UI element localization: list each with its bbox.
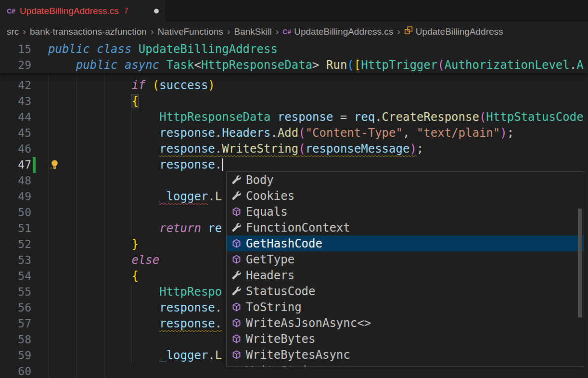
code-line: 43{ <box>0 93 588 109</box>
suggest-widget: BodyCookiesEqualsFunctionContextGetHashC… <box>226 171 584 367</box>
line-number[interactable]: 56 <box>0 300 31 316</box>
property-wrench-icon <box>230 270 242 280</box>
suggest-list: BodyCookiesEqualsFunctionContextGetHashC… <box>227 172 584 367</box>
suggest-item[interactable]: Body <box>227 172 584 188</box>
property-wrench-icon <box>230 175 242 185</box>
breadcrumb-item-label: NativeFunctions <box>158 26 223 37</box>
suggest-item[interactable]: Equals <box>227 204 584 220</box>
gutter-decorations <box>31 125 48 141</box>
gutter-decorations <box>31 157 48 173</box>
suggest-item-label: FunctionContext <box>246 221 350 235</box>
line-number[interactable]: 51 <box>0 221 31 236</box>
line-number[interactable]: 42 <box>0 78 31 93</box>
breadcrumb-item[interactable]: C#UpdateBillingAddress.cs <box>282 26 393 37</box>
breadcrumb-item-label: UpdateBillingAddress.cs <box>294 26 393 37</box>
dirty-indicator-dot[interactable] <box>154 9 159 13</box>
code-line-content[interactable]: public async Task<HttpResponseData> Run(… <box>48 57 588 73</box>
line-number[interactable]: 50 <box>0 205 31 221</box>
breadcrumb-item[interactable]: NativeFunctions <box>158 26 223 37</box>
line-number[interactable]: 60 <box>0 364 31 378</box>
suggest-item[interactable]: Cookies <box>227 188 584 204</box>
code-line-content[interactable]: HttpResponseData response = req.CreateRe… <box>48 109 588 125</box>
problems-count-badge: 7 <box>124 7 128 15</box>
method-icon <box>230 302 242 312</box>
suggest-item-label: Headers <box>246 269 294 282</box>
gutter-decorations <box>31 284 48 300</box>
breadcrumb-item-label: BankSkill <box>234 26 272 37</box>
gutter-decorations <box>31 332 48 348</box>
gutter-decorations <box>31 364 48 378</box>
line-number[interactable]: 47 <box>0 157 31 173</box>
gutter-decorations <box>31 300 48 316</box>
suggest-item[interactable]: WriteString <box>227 363 584 367</box>
method-icon <box>230 365 242 367</box>
gutter-decorations <box>31 189 48 205</box>
code-line-content[interactable]: { <box>48 93 588 109</box>
suggest-item[interactable]: WriteBytes <box>227 331 584 347</box>
line-number[interactable]: 43 <box>0 93 31 109</box>
code-line-content[interactable]: response.Headers.Add("Content-Type", "te… <box>48 125 588 141</box>
suggest-item[interactable]: WriteAsJsonAsync<> <box>227 315 584 331</box>
line-number[interactable]: 48 <box>0 173 31 189</box>
line-number[interactable]: 29 <box>0 57 31 73</box>
code-line: 15public class UpdateBillingAddress <box>0 41 588 57</box>
line-number[interactable]: 54 <box>0 268 31 284</box>
code-line-content[interactable]: public class UpdateBillingAddress <box>48 41 588 57</box>
line-number[interactable]: 58 <box>0 332 31 348</box>
code-line-content[interactable]: response. <box>48 157 588 173</box>
line-number[interactable]: 57 <box>0 316 31 332</box>
suggest-item-label: WriteString <box>246 364 322 367</box>
tab-title: UpdateBillingAddress.cs <box>20 6 119 16</box>
breadcrumb-item[interactable]: UpdateBillingAddress <box>404 26 503 37</box>
line-number[interactable]: 15 <box>0 41 31 57</box>
line-number[interactable]: 46 <box>0 141 31 157</box>
gutter-decorations <box>31 268 48 284</box>
gutter-modified-indicator <box>33 157 36 173</box>
code-line-content[interactable]: response.WriteString(responseMessage); <box>48 141 588 157</box>
gutter-decorations <box>31 252 48 268</box>
breadcrumb-item[interactable]: bank-transactions-azfunction <box>30 26 147 37</box>
sticky-scroll[interactable]: 15public class UpdateBillingAddress29pub… <box>0 41 588 73</box>
line-number[interactable]: 52 <box>0 236 31 252</box>
gutter-decorations <box>31 236 48 252</box>
text-cursor <box>222 158 223 171</box>
method-icon <box>230 334 242 344</box>
gutter-decorations <box>31 316 48 332</box>
suggest-item[interactable]: Headers <box>227 267 584 283</box>
chevron-right-icon: › <box>149 26 156 37</box>
suggest-item-label: Cookies <box>246 189 294 203</box>
chevron-right-icon: › <box>225 26 232 37</box>
suggest-item[interactable]: ToString <box>227 299 584 315</box>
line-number[interactable]: 44 <box>0 109 31 125</box>
suggest-item-label: WriteAsJsonAsync<> <box>246 316 371 330</box>
line-number[interactable]: 53 <box>0 252 31 268</box>
csharp-icon: C# <box>282 28 291 35</box>
code-line-content[interactable]: if (success) <box>48 78 588 93</box>
breadcrumb-item[interactable]: BankSkill <box>234 26 272 37</box>
gutter-decorations <box>31 348 48 364</box>
editor-tab[interactable]: C# UpdateBillingAddress.cs 7 <box>0 0 166 22</box>
method-icon <box>230 254 242 264</box>
suggest-item[interactable]: FunctionContext <box>227 220 584 235</box>
line-number[interactable]: 49 <box>0 189 31 205</box>
line-number[interactable]: 59 <box>0 348 31 364</box>
method-icon <box>230 207 242 217</box>
csharp-file-icon: C# <box>7 8 15 14</box>
suggest-item-label: WriteBytes <box>246 332 316 346</box>
property-wrench-icon <box>230 286 242 296</box>
breadcrumb-item[interactable]: src <box>7 26 19 37</box>
suggest-item[interactable]: WriteBytesAsync <box>227 347 584 363</box>
line-number[interactable]: 55 <box>0 284 31 300</box>
suggest-item[interactable]: StatusCode <box>227 283 584 299</box>
gutter-decorations <box>31 205 48 221</box>
line-number[interactable]: 45 <box>0 125 31 141</box>
suggest-item[interactable]: GetHashCode <box>227 235 584 251</box>
method-icon <box>230 318 242 328</box>
chevron-right-icon: › <box>274 26 281 37</box>
suggest-scrollbar-thumb[interactable] <box>578 209 582 317</box>
breadcrumb-item-label: UpdateBillingAddress <box>416 26 503 37</box>
code-line: 45response.Headers.Add("Content-Type", "… <box>0 125 588 141</box>
suggest-item[interactable]: GetType <box>227 251 584 267</box>
lightbulb-sparkle-icon[interactable] <box>49 159 61 171</box>
code-line: 29public async Task<HttpResponseData> Ru… <box>0 57 588 73</box>
